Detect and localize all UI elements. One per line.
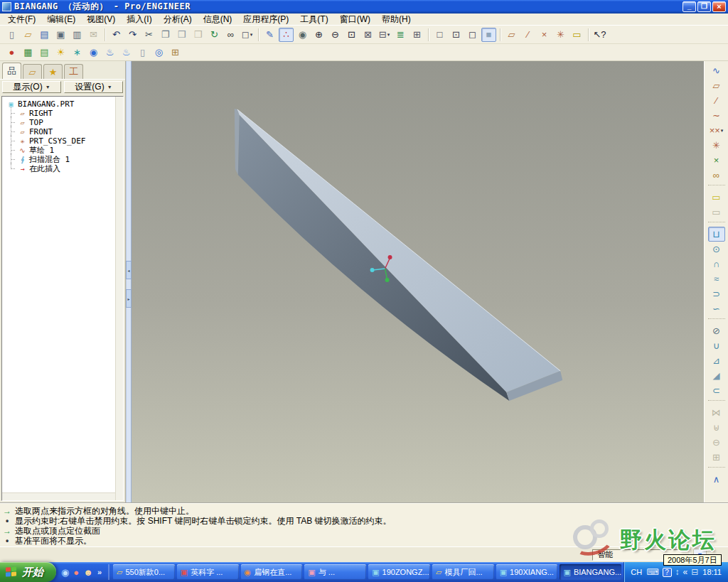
layers-icon[interactable]: ≣ — [393, 28, 408, 42]
tree-item-prt-csys-def[interactable]: ✳PRT_CSYS_DEF — [4, 136, 123, 146]
find-icon[interactable]: ∞ — [223, 28, 238, 42]
menu-item-5[interactable]: 分析(A) — [158, 13, 198, 26]
tree-item-biangang-prt[interactable]: ▣BIANGANG.PRT — [4, 99, 123, 109]
new-icon[interactable]: ▯ — [4, 28, 19, 42]
connections-tab[interactable]: 工 — [64, 64, 83, 79]
tree-item-swept-blend-1[interactable]: ∮扫描混合 1 — [4, 155, 123, 164]
redo-icon[interactable]: ↷ — [125, 28, 140, 42]
regenerate-icon[interactable]: ↻ — [207, 28, 222, 42]
note-tool-icon[interactable]: ▭ — [708, 190, 725, 205]
part-front-face[interactable] — [238, 115, 510, 401]
zoom-in-icon[interactable]: ⊕ — [311, 28, 326, 42]
part-top-face[interactable] — [237, 109, 560, 392]
shell-tool-icon[interactable]: ∪ — [708, 338, 725, 353]
zoom-out-icon[interactable]: ⊖ — [328, 28, 343, 42]
shaded-icon[interactable]: ■ — [481, 28, 496, 42]
datum-points-toggle-icon[interactable]: × — [537, 28, 552, 42]
favorites-tab[interactable]: ★ — [43, 64, 63, 79]
no-hidden-icon[interactable]: ◻ — [465, 28, 480, 42]
rib-tool-icon[interactable]: ⊿ — [708, 353, 725, 368]
render-room-icon[interactable]: ▯ — [135, 45, 150, 60]
refit-icon[interactable]: ⊡ — [344, 28, 359, 42]
task-button-2[interactable]: ▣英科字 ... — [177, 564, 239, 580]
datum-csys-tool-icon[interactable]: ✳ — [708, 138, 725, 153]
copy-icon[interactable]: ❐ — [158, 28, 173, 42]
task-button-7[interactable]: ▣190XIANG... — [496, 564, 558, 580]
menu-item-4[interactable]: 插入(I) — [121, 13, 157, 26]
more-tools-icon[interactable]: ∧ — [708, 472, 725, 487]
menu-item-6[interactable]: 信息(N) — [198, 13, 238, 26]
quick-launch-overflow-chevron[interactable]: » — [97, 568, 102, 576]
model-tree-tab[interactable]: 品 — [2, 63, 21, 79]
model-intent-link-icon[interactable]: ∞ — [708, 168, 725, 183]
folder-browser-tab[interactable]: ▱ — [23, 64, 42, 79]
sweep-tool-icon[interactable]: ∩ — [708, 257, 725, 271]
menu-item-8[interactable]: 工具(T) — [294, 13, 333, 26]
task-button-8[interactable]: ▣BIANGANG... — [560, 564, 621, 580]
close-button[interactable]: × — [712, 1, 726, 12]
paste-icon[interactable]: ❒ — [174, 28, 189, 42]
quick-launch-player-icon[interactable]: ● — [73, 568, 79, 577]
menu-item-7[interactable]: 应用程序(P) — [237, 13, 294, 26]
splitter-collapse-left-icon[interactable]: ◂ — [126, 261, 132, 279]
task-button-6[interactable]: ▱模具厂回... — [432, 564, 494, 580]
panel-splitter[interactable]: ◂ ▸ — [126, 61, 132, 502]
tree-item-top-plane[interactable]: ▱TOP — [4, 118, 123, 127]
tree-item-front-plane[interactable]: ▱FRONT — [4, 127, 123, 136]
perspective-icon[interactable]: ◉ — [86, 45, 101, 60]
datum-planes-toggle-icon[interactable]: ▱ — [504, 28, 519, 42]
wireframe-icon[interactable]: □ — [432, 28, 447, 42]
restore-button[interactable]: ❐ — [697, 1, 711, 12]
app-icon[interactable] — [2, 2, 11, 11]
hidden-line-icon[interactable]: ⊡ — [449, 28, 464, 42]
effects-icon[interactable]: ∗ — [70, 45, 85, 60]
tree-item-insert-here[interactable]: →在此插入 — [4, 164, 123, 173]
show-dropdown-button[interactable]: 显示(O) ▼ — [2, 81, 61, 93]
menu-item-2[interactable]: 编辑(E) — [41, 13, 81, 26]
draft-tool-icon[interactable]: ◢ — [708, 368, 725, 383]
save-icon[interactable]: ▤ — [37, 28, 52, 42]
view-manager-icon[interactable]: ⊞ — [410, 28, 424, 42]
help-icon[interactable]: ? — [663, 568, 672, 577]
blend-tool-icon[interactable]: ⊃ — [708, 286, 725, 301]
task-button-3[interactable]: ◉扁钢在直... — [241, 564, 303, 580]
camera-icon[interactable]: ◎ — [151, 45, 166, 60]
room-icon[interactable]: ▤ — [37, 45, 52, 60]
menu-item-9[interactable]: 窗口(W) — [334, 13, 376, 26]
collapse-chevron-icon[interactable]: « — [683, 568, 688, 576]
splitter-expand-right-icon[interactable]: ▸ — [126, 289, 132, 308]
keyboard-icon[interactable]: ⌨ — [646, 568, 658, 576]
start-button[interactable]: 开始 — [0, 562, 56, 582]
round-tool-icon[interactable]: ⊂ — [708, 383, 725, 398]
datum-axis-tool-icon[interactable]: ⁄ — [708, 93, 725, 108]
render-region-icon[interactable]: ♨ — [119, 45, 134, 60]
connection-icon[interactable]: ↕ — [675, 568, 680, 576]
hole-tool-icon[interactable]: ⊘ — [708, 323, 725, 338]
reorient-icon[interactable]: ⊠ — [360, 28, 375, 42]
minimize-button[interactable]: _ — [682, 1, 696, 12]
texture-icon[interactable]: ⊞ — [168, 45, 183, 60]
task-button-5[interactable]: ▣190ZONGZ... — [368, 564, 430, 580]
settings-dropdown-button[interactable]: 设置(G) ▼ — [64, 81, 123, 93]
annotations-toggle-icon[interactable]: ▭ — [569, 28, 584, 42]
revolve-tool-icon[interactable]: ⊙ — [708, 242, 725, 257]
sketched-point-tool-icon[interactable]: × — [708, 153, 725, 168]
viewport[interactable] — [132, 61, 704, 502]
render-window-icon[interactable]: ♨ — [102, 45, 117, 60]
saved-views-icon[interactable]: ⊟▾ — [377, 28, 392, 42]
quick-launch-messenger-icon[interactable]: ☻ — [83, 568, 93, 577]
menu-item-10[interactable]: 帮助(H) — [376, 13, 417, 26]
task-button-1[interactable]: ▱550新款0... — [113, 564, 175, 580]
quick-launch-browser-icon[interactable]: ◉ — [61, 568, 69, 577]
print-stamp-icon[interactable]: ▥ — [70, 28, 85, 42]
sketcher-display-icon[interactable]: ✎ — [262, 28, 277, 42]
model-tree-vertical-scrollbar[interactable] — [115, 97, 123, 500]
datum-plane-tool-icon[interactable]: ▱ — [708, 78, 725, 93]
sketch-tool-icon[interactable]: ∿ — [708, 63, 725, 78]
swept-blend-tool-icon[interactable]: ≈ — [708, 271, 725, 286]
datum-curve-tool-icon[interactable]: ∼ — [708, 108, 725, 123]
select-box-icon[interactable]: ◻▾ — [240, 28, 255, 42]
menu-item-3[interactable]: 视图(V) — [81, 13, 121, 26]
menu-item-1[interactable]: 文件(F) — [2, 13, 41, 26]
lights-icon[interactable]: ☀ — [53, 45, 68, 60]
